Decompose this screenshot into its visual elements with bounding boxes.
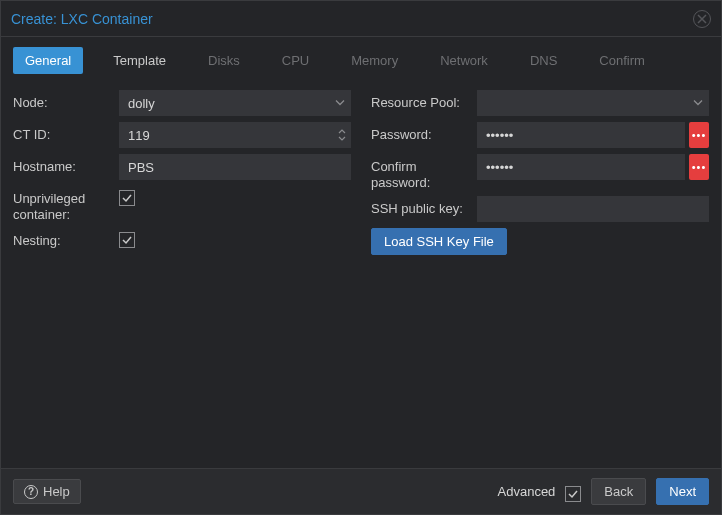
field-ctid: CT ID: <box>13 122 351 148</box>
tab-confirm: Confirm <box>587 47 657 74</box>
next-button[interactable]: Next <box>656 478 709 505</box>
field-load-ssh: Load SSH Key File <box>371 228 709 255</box>
resource-pool-label: Resource Pool: <box>371 90 477 111</box>
tab-bar: General Template Disks CPU Memory Networ… <box>1 37 721 82</box>
field-ssh-key: SSH public key: <box>371 196 709 222</box>
advanced-checkbox[interactable] <box>565 486 581 502</box>
confirm-password-label: Confirm password: <box>371 154 477 190</box>
tab-general[interactable]: General <box>13 47 83 74</box>
nesting-label: Nesting: <box>13 228 119 249</box>
confirm-password-input[interactable] <box>477 154 685 180</box>
field-hostname: Hostname: <box>13 154 351 180</box>
field-node: Node: <box>13 90 351 116</box>
help-button[interactable]: ? Help <box>13 479 81 504</box>
password-strength-icon: ••• <box>689 154 709 180</box>
unprivileged-label: Unprivileged container: <box>13 186 119 222</box>
load-ssh-key-button[interactable]: Load SSH Key File <box>371 228 507 255</box>
tab-cpu: CPU <box>270 47 321 74</box>
left-column: Node: CT ID: Hostname: <box>13 90 351 460</box>
tab-disks: Disks <box>196 47 252 74</box>
field-resource-pool: Resource Pool: <box>371 90 709 116</box>
close-icon[interactable] <box>693 10 711 28</box>
password-input[interactable] <box>477 122 685 148</box>
hostname-label: Hostname: <box>13 154 119 175</box>
password-strength-icon: ••• <box>689 122 709 148</box>
ctid-label: CT ID: <box>13 122 119 143</box>
node-label: Node: <box>13 90 119 111</box>
footer-right: Advanced Back Next <box>498 478 709 505</box>
tab-memory: Memory <box>339 47 410 74</box>
unprivileged-checkbox[interactable] <box>119 190 135 206</box>
dialog-title: Create: LXC Container <box>11 11 153 27</box>
form-content: Node: CT ID: Hostname: <box>1 82 721 468</box>
titlebar: Create: LXC Container <box>1 1 721 37</box>
field-password: Password: ••• <box>371 122 709 148</box>
back-button[interactable]: Back <box>591 478 646 505</box>
field-confirm-password: Confirm password: ••• <box>371 154 709 190</box>
tab-dns: DNS <box>518 47 569 74</box>
help-icon: ? <box>24 485 38 499</box>
help-label: Help <box>43 484 70 499</box>
resource-pool-select[interactable] <box>477 90 709 116</box>
dialog-footer: ? Help Advanced Back Next <box>1 468 721 514</box>
tab-network: Network <box>428 47 500 74</box>
field-unprivileged: Unprivileged container: <box>13 186 351 222</box>
hostname-input[interactable] <box>119 154 351 180</box>
nesting-checkbox[interactable] <box>119 232 135 248</box>
field-nesting: Nesting: <box>13 228 351 254</box>
ssh-key-label: SSH public key: <box>371 196 477 217</box>
node-select[interactable] <box>119 90 351 116</box>
advanced-label: Advanced <box>498 484 556 499</box>
right-column: Resource Pool: Password: ••• Confirm pas… <box>371 90 709 460</box>
ssh-key-input[interactable] <box>477 196 709 222</box>
tab-template[interactable]: Template <box>101 47 178 74</box>
password-label: Password: <box>371 122 477 143</box>
dialog-window: Create: LXC Container General Template D… <box>0 0 722 515</box>
ctid-input[interactable] <box>119 122 351 148</box>
